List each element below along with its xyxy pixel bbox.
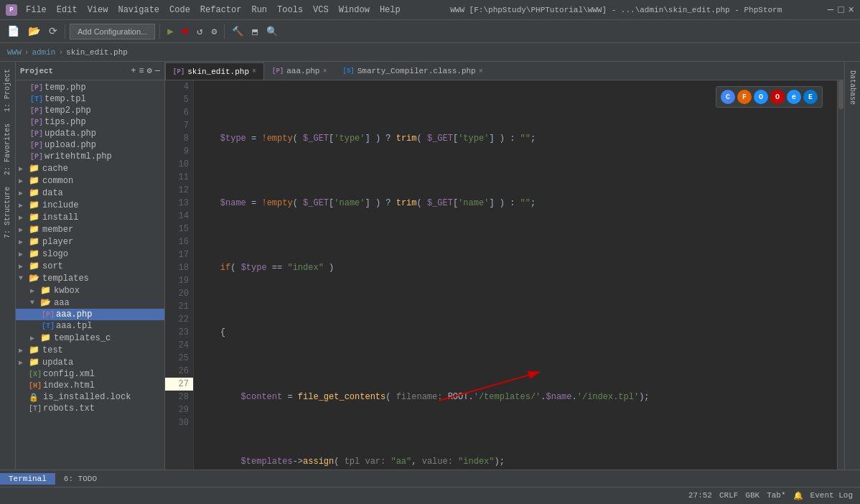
sidebar-item-project[interactable]: 1: Project — [1, 63, 14, 118]
list-item[interactable]: [P] temp.php — [16, 82, 164, 93]
database-tab[interactable]: Database — [846, 65, 859, 111]
tab-smarty[interactable]: [S] Smarty_Compiler.class.php × — [335, 62, 490, 80]
line-ending[interactable]: CRLF — [719, 491, 738, 500]
new-file-icon[interactable]: 📄 — [4, 24, 22, 39]
vertical-scrollbar[interactable] — [837, 80, 844, 470]
list-item[interactable]: [P] writehtml.php — [16, 151, 164, 162]
chrome-icon[interactable]: C — [721, 90, 735, 104]
list-item[interactable]: ▶ 📁 install — [16, 211, 164, 223]
list-item[interactable]: [T] temp.tpl — [16, 93, 164, 105]
list-item[interactable]: [P] aaa.php — [16, 309, 164, 320]
ie-icon[interactable]: e — [787, 90, 801, 104]
list-item[interactable]: [H] index.html — [16, 380, 164, 391]
tab-close-icon[interactable]: × — [252, 67, 256, 75]
list-item[interactable]: ▼ 📂 templates — [16, 272, 164, 284]
sidebar-item-favorites[interactable]: 2: Favorites — [1, 118, 14, 181]
txt-icon: [T] — [29, 405, 40, 413]
menu-edit[interactable]: Edit — [52, 4, 82, 17]
code-editor[interactable]: C F O O e E 4 5 6 7 8 9 10 11 12 13 14 1… — [165, 80, 844, 470]
search-icon[interactable]: 🔍 — [263, 24, 281, 39]
list-item[interactable]: [T] robots.txt — [16, 403, 164, 414]
folder-icon: 📁 — [29, 187, 39, 198]
list-item[interactable]: ▶ 📁 templates_c — [16, 332, 164, 344]
breadcrumb-file[interactable]: skin_edit.php — [66, 48, 128, 57]
list-item[interactable]: ▶ 📁 slogo — [16, 248, 164, 260]
list-item[interactable]: [P] temp2.php — [16, 105, 164, 116]
list-item[interactable]: 🔒 is_installed.lock — [16, 391, 164, 403]
menu-refactor[interactable]: Refactor — [196, 4, 246, 17]
tree-label: templates_c — [54, 333, 111, 343]
sidebar-item-structure[interactable]: 7: Structure — [1, 181, 14, 244]
breadcrumb-www[interactable]: WWW — [7, 48, 22, 57]
tab-todo[interactable]: 6: TODO — [55, 473, 106, 485]
settings-icon[interactable]: ⚙ — [147, 65, 152, 76]
tree-label: install — [42, 213, 78, 223]
menu-vcs[interactable]: VCS — [309, 4, 333, 17]
list-item[interactable]: [P] updata.php — [16, 128, 164, 139]
code-line-6: if( $type == "index" ) — [200, 261, 831, 274]
tab-skin-edit[interactable]: [P] skin_edit.php × — [165, 62, 264, 80]
minimize-button[interactable]: ─ — [828, 4, 833, 16]
menu-file[interactable]: File — [22, 4, 51, 17]
list-item[interactable]: ▶ 📁 common — [16, 174, 164, 187]
list-item[interactable]: ▶ 📁 data — [16, 187, 164, 199]
list-item[interactable]: ▶ 📁 member — [16, 223, 164, 235]
list-item[interactable]: ▶ 📁 player — [16, 235, 164, 248]
collapse-arrow: ▶ — [19, 164, 29, 173]
list-item[interactable]: ▶ 📁 include — [16, 199, 164, 211]
list-item[interactable]: ▶ 📁 sort — [16, 260, 164, 272]
list-item[interactable]: ▶ 📁 updata — [16, 356, 164, 368]
close-button[interactable]: × — [849, 4, 854, 16]
list-icon[interactable]: ≡ — [139, 66, 144, 76]
menu-view[interactable]: View — [83, 4, 113, 17]
tab-close-icon2[interactable]: × — [322, 67, 327, 75]
folder-icon: 📁 — [29, 175, 39, 186]
external-icon[interactable]: ⬒ — [249, 24, 261, 39]
list-item[interactable]: [P] upload.php — [16, 139, 164, 151]
minimize-panel-icon[interactable]: — — [155, 66, 160, 76]
tab-terminal[interactable]: Terminal — [0, 473, 55, 485]
list-item[interactable]: ▶ 📁 kwbox — [16, 284, 164, 297]
encoding[interactable]: GBK — [745, 491, 759, 500]
tree-label: is_installed.lock — [43, 392, 131, 402]
firefox-icon[interactable]: F — [737, 90, 752, 104]
event-log-label[interactable]: Event Log — [810, 491, 853, 500]
debug-icon[interactable]: ⚙ — [209, 24, 220, 39]
list-item[interactable]: ▶ 📁 test — [16, 344, 164, 356]
rerun-icon[interactable]: ↺ — [194, 24, 205, 39]
list-item[interactable]: [X] config.xml — [16, 368, 164, 380]
indentation[interactable]: Tab* — [767, 491, 785, 500]
run-icon[interactable]: ▶ — [164, 24, 176, 39]
open-icon[interactable]: 📂 — [25, 24, 43, 39]
add-configuration-button[interactable]: Add Configuration... — [70, 24, 155, 39]
breadcrumb-admin[interactable]: admin — [32, 48, 55, 57]
file-icon: [P] — [30, 130, 42, 138]
menu-run[interactable]: Run — [247, 4, 271, 17]
menu-window[interactable]: Window — [335, 4, 374, 17]
list-item[interactable]: ▼ 📂 aaa — [16, 297, 164, 309]
folder-icon: 📁 — [29, 357, 39, 368]
hammer-icon[interactable]: 🔨 — [229, 24, 246, 39]
add-icon[interactable]: + — [131, 66, 136, 76]
menu-navigate[interactable]: Navigate — [113, 4, 164, 17]
menu-code[interactable]: Code — [165, 4, 195, 17]
ie-blue-icon[interactable]: O — [754, 90, 768, 104]
tab-aaa[interactable]: [P] aaa.php × — [264, 62, 335, 80]
code-content[interactable]: $type = !empty( $_GET['type'] ) ? trim( … — [194, 80, 837, 470]
smarty-tab-icon: [S] — [342, 67, 354, 75]
list-item[interactable]: [P] tips.php — [16, 116, 164, 128]
stop-icon[interactable]: ■ — [179, 24, 191, 39]
list-item[interactable]: [T] aaa.tpl — [16, 320, 164, 332]
bottom-tabs: Terminal 6: TODO — [0, 470, 860, 487]
app-icon: P — [6, 4, 17, 16]
tab-label2: aaa.php — [286, 67, 319, 75]
opera-icon[interactable]: O — [770, 90, 785, 104]
tab-close-icon3[interactable]: × — [479, 67, 483, 75]
menu-help[interactable]: Help — [375, 4, 405, 17]
menu-tools[interactable]: Tools — [273, 4, 307, 17]
edge-icon[interactable]: E — [803, 90, 818, 104]
php-tab-icon: [P] — [173, 68, 184, 75]
maximize-button[interactable]: □ — [838, 4, 843, 16]
list-item[interactable]: ▶ 📁 cache — [16, 162, 164, 174]
sync-icon[interactable]: ⟳ — [46, 24, 60, 39]
